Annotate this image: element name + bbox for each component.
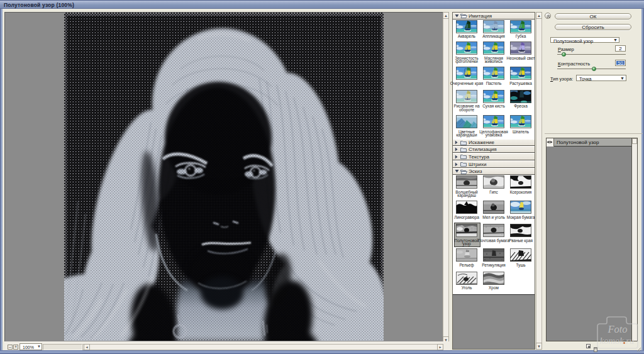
svg-text:Foto: Foto [607,323,627,335]
svg-text:komok.ru: komok.ru [600,336,634,346]
